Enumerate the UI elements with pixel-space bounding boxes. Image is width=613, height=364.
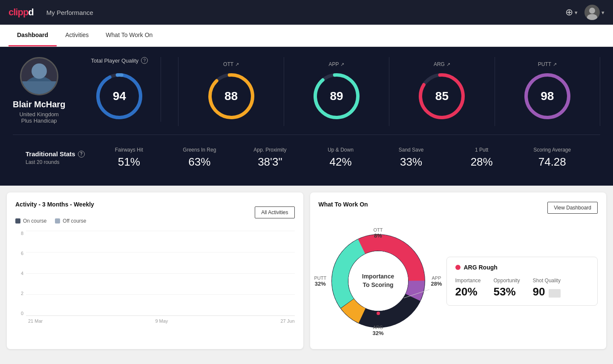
- traditional-stats-row: Traditional Stats ? Last 20 rounds Fairw…: [13, 135, 600, 173]
- tpq-value: 94: [113, 89, 126, 103]
- stat-greens-in-reg: Greens In Reg 63%: [164, 147, 235, 169]
- header: clippd My Performance ⊕ ▾ ▾: [0, 0, 613, 25]
- score-card-arg: ARG ↗ 85: [389, 57, 495, 126]
- activity-card: Activity - 3 Months - Weekly On course O…: [7, 192, 303, 349]
- stat-up-down: Up & Down 42%: [305, 147, 376, 169]
- arg-connector-dot: [377, 312, 380, 315]
- header-title: My Performance: [46, 9, 93, 16]
- tab-dashboard[interactable]: Dashboard: [9, 25, 57, 46]
- scores-row: OTT ↗ 88 APP ↗: [178, 57, 600, 126]
- wtwo-header: What To Work On View Dashboard: [319, 201, 598, 215]
- chart-area-wrapper: 8 6 4 2 0: [15, 231, 295, 316]
- stat-sand-save: Sand Save 33%: [376, 147, 446, 169]
- app-value: 89: [330, 89, 343, 103]
- tab-what-to-work-on[interactable]: What To Work On: [97, 25, 161, 46]
- stat-fairways-hit: Fairways Hit 51%: [94, 147, 164, 169]
- shot-quality-badge: [549, 289, 561, 298]
- stats-label-section: Traditional Stats ? Last 20 rounds: [26, 150, 94, 165]
- stats-sublabel: Last 20 rounds: [26, 159, 94, 165]
- stats-label: Traditional Stats ?: [26, 150, 94, 158]
- player-section: Blair McHarg United Kingdom Plus Handica…: [13, 57, 65, 124]
- arg-detail-card: ARG Rough Importance 20% Opportunity 53%…: [446, 257, 598, 306]
- bars-area: [26, 231, 295, 316]
- putt-gauge: 98: [522, 71, 573, 122]
- tpq-section: Total Player Quality ? 94: [78, 57, 161, 122]
- detail-title: ARG Rough: [455, 264, 589, 271]
- svg-point-1: [587, 14, 597, 20]
- tpq-info-icon[interactable]: ?: [141, 57, 148, 64]
- arg-arrow-icon: ↗: [446, 62, 450, 67]
- arg-value: 85: [435, 89, 449, 103]
- donut-center-text: Importance To Scoring: [362, 272, 394, 289]
- on-course-legend-dot: [15, 218, 20, 224]
- player-row: Blair McHarg United Kingdom Plus Handica…: [13, 57, 600, 126]
- ott-arrow-icon: ↗: [235, 62, 239, 67]
- x-label-2: 9 May: [155, 318, 168, 324]
- app-arrow-icon: ↗: [340, 62, 344, 67]
- metric-opportunity: Opportunity 53%: [494, 278, 520, 298]
- metric-importance: Importance 20%: [455, 278, 481, 298]
- donut-chart-wrapper: Importance To Scoring OTT 8% APP 28% ARG…: [319, 221, 438, 341]
- view-dashboard-button[interactable]: View Dashboard: [547, 202, 598, 214]
- legend-on-course: On course: [15, 218, 46, 224]
- user-menu[interactable]: ▾: [584, 5, 604, 20]
- x-label-1: 21 Mar: [28, 318, 43, 324]
- svg-point-3: [32, 63, 47, 79]
- arg-label: ARG ↗: [434, 61, 450, 67]
- grid-line-6: [26, 252, 295, 252]
- app-label: APP ↗: [328, 61, 344, 67]
- x-label-3: 27 Jun: [280, 318, 294, 324]
- off-course-legend-dot: [55, 218, 60, 224]
- activity-chart-title: Activity - 3 Months - Weekly: [15, 201, 94, 208]
- ott-label: OTT ↗: [223, 61, 239, 67]
- segment-label-putt: PUTT 32%: [314, 275, 327, 287]
- detail-section: ARG Rough Importance 20% Opportunity 53%…: [446, 257, 598, 306]
- bottom-section: Activity - 3 Months - Weekly On course O…: [0, 186, 613, 356]
- player-handicap: Plus Handicap: [13, 118, 65, 124]
- putt-value: 98: [541, 89, 554, 103]
- player-name: Blair McHarg: [13, 100, 65, 109]
- putt-arrow-icon: ↗: [553, 62, 557, 67]
- player-avatar: [20, 57, 58, 95]
- detail-metrics: Importance 20% Opportunity 53% Shot Qual…: [455, 278, 589, 298]
- chart-header: Activity - 3 Months - Weekly On course O…: [15, 201, 295, 224]
- add-chevron: ▾: [575, 9, 578, 16]
- avatar: [584, 5, 600, 20]
- stat-app-proximity: App. Proximity 38'3": [235, 147, 305, 169]
- segment-label-ott: OTT 8%: [374, 227, 383, 239]
- grid-line-2: [26, 294, 295, 295]
- grid-line-8: [26, 231, 295, 231]
- player-info: Blair McHarg United Kingdom Plus Handica…: [13, 100, 65, 124]
- player-country: United Kingdom: [13, 111, 65, 118]
- tpq-gauge: 94: [94, 71, 145, 122]
- add-icon: ⊕: [565, 7, 573, 18]
- wtwo-card: What To Work On View Dashboard: [310, 192, 607, 349]
- bar-chart: 8 6 4 2 0: [15, 231, 295, 329]
- app-gauge: 89: [311, 71, 362, 122]
- segment-label-arg: ARG 32%: [372, 325, 383, 336]
- header-actions: ⊕ ▾ ▾: [565, 5, 604, 20]
- ott-value: 88: [224, 89, 238, 103]
- chart-legend: On course Off course: [15, 218, 94, 224]
- segment-label-app: APP 28%: [431, 275, 442, 287]
- metric-shot-quality: Shot Quality 90: [533, 278, 561, 298]
- wtwo-body: Importance To Scoring OTT 8% APP 28% ARG…: [319, 221, 598, 341]
- stat-scoring-average: Scoring Average 74.28: [517, 147, 587, 169]
- svg-point-0: [589, 8, 595, 14]
- user-chevron: ▾: [601, 9, 604, 16]
- arg-gauge: 85: [416, 71, 467, 122]
- add-button[interactable]: ⊕ ▾: [565, 7, 578, 18]
- stats-info-icon[interactable]: ?: [78, 151, 85, 158]
- score-card-app: APP ↗ 89: [284, 57, 389, 126]
- nav-tabs: Dashboard Activities What To Work On: [0, 25, 613, 47]
- ott-gauge: 88: [206, 71, 257, 122]
- tab-activities[interactable]: Activities: [57, 25, 97, 46]
- score-card-ott: OTT ↗ 88: [178, 57, 284, 126]
- x-axis: 21 Mar 9 May 27 Jun: [15, 318, 295, 324]
- stat-1-putt: 1 Putt 28%: [446, 147, 517, 169]
- legend-off-course: Off course: [55, 218, 86, 224]
- all-activities-button[interactable]: All Activities: [255, 206, 294, 218]
- detail-dot: [455, 265, 460, 270]
- y-axis: 8 6 4 2 0: [15, 231, 26, 316]
- score-card-putt: PUTT ↗ 98: [495, 57, 600, 126]
